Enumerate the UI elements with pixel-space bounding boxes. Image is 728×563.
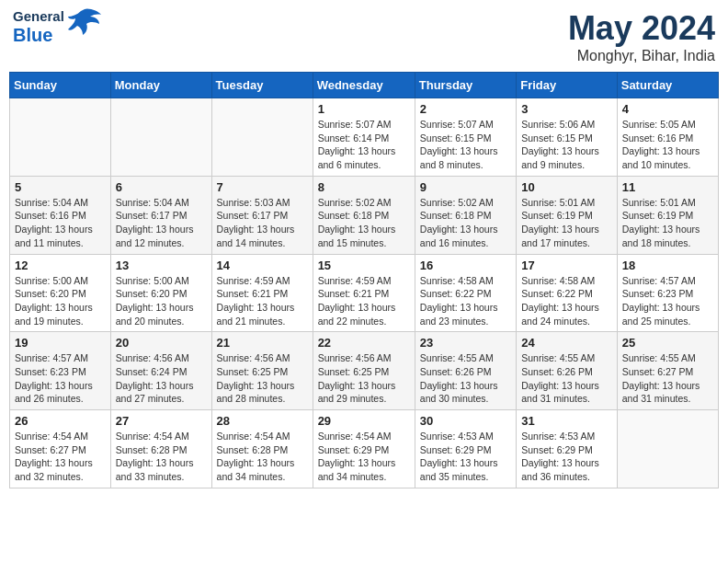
week-row-3: 12 Sunrise: 5:00 AMSunset: 6:20 PMDaylig… (10, 254, 719, 332)
day-info: Sunrise: 4:53 AMSunset: 6:29 PMDaylight:… (521, 430, 612, 484)
calendar-cell (617, 410, 718, 488)
day-number: 18 (622, 259, 713, 272)
day-info: Sunrise: 4:55 AMSunset: 6:26 PMDaylight:… (420, 351, 511, 406)
day-number: 22 (318, 336, 410, 350)
day-number: 7 (217, 180, 308, 194)
day-number: 28 (217, 414, 308, 428)
calendar-cell: 10 Sunrise: 5:01 AMSunset: 6:19 PMDaylig… (517, 176, 618, 254)
calendar-cell (211, 98, 313, 177)
day-info: Sunrise: 5:07 AMSunset: 6:15 PMDaylight:… (420, 118, 511, 172)
day-info: Sunrise: 4:54 AMSunset: 6:28 PMDaylight:… (217, 430, 308, 484)
weekday-header-wednesday: Wednesday (313, 73, 415, 98)
logo-general: General (13, 9, 64, 25)
day-number: 2 (420, 102, 511, 116)
month-title: May 2024 (568, 9, 715, 48)
calendar-cell: 18 Sunrise: 4:57 AMSunset: 6:23 PMDaylig… (617, 254, 718, 332)
week-row-2: 5 Sunrise: 5:04 AMSunset: 6:16 PMDayligh… (10, 176, 719, 254)
weekday-header-monday: Monday (110, 73, 211, 98)
calendar-cell: 19 Sunrise: 4:57 AMSunset: 6:23 PMDaylig… (10, 332, 111, 410)
day-number: 19 (15, 336, 106, 350)
day-number: 25 (622, 336, 713, 350)
day-number: 30 (420, 414, 511, 428)
day-number: 21 (217, 336, 308, 350)
weekday-header-sunday: Sunday (10, 73, 111, 98)
day-info: Sunrise: 5:02 AMSunset: 6:18 PMDaylight:… (420, 196, 511, 250)
day-info: Sunrise: 5:03 AMSunset: 6:17 PMDaylight:… (217, 196, 308, 250)
location: Monghyr, Bihar, India (568, 48, 715, 64)
logo-text: General Blue (13, 9, 64, 45)
calendar-cell: 27 Sunrise: 4:54 AMSunset: 6:28 PMDaylig… (110, 410, 211, 488)
calendar-cell: 31 Sunrise: 4:53 AMSunset: 6:29 PMDaylig… (517, 410, 618, 488)
weekday-header-row: SundayMondayTuesdayWednesdayThursdayFrid… (10, 73, 719, 98)
calendar-cell: 1 Sunrise: 5:07 AMSunset: 6:14 PMDayligh… (313, 98, 415, 177)
day-number: 20 (116, 336, 207, 350)
day-info: Sunrise: 4:58 AMSunset: 6:22 PMDaylight:… (521, 274, 612, 328)
title-block: May 2024 Monghyr, Bihar, India (568, 9, 715, 64)
day-number: 15 (318, 259, 410, 272)
day-info: Sunrise: 4:56 AMSunset: 6:24 PMDaylight:… (116, 351, 207, 406)
calendar-cell: 30 Sunrise: 4:53 AMSunset: 6:29 PMDaylig… (415, 410, 516, 488)
calendar-cell: 11 Sunrise: 5:01 AMSunset: 6:19 PMDaylig… (617, 176, 718, 254)
day-info: Sunrise: 4:59 AMSunset: 6:21 PMDaylight:… (318, 274, 410, 328)
day-number: 29 (318, 414, 410, 428)
week-row-1: 1 Sunrise: 5:07 AMSunset: 6:14 PMDayligh… (10, 98, 719, 177)
day-info: Sunrise: 5:06 AMSunset: 6:15 PMDaylight:… (521, 118, 612, 172)
page-header: General Blue May 2024 Monghyr, Bihar, In… (9, 9, 719, 64)
day-number: 10 (521, 180, 612, 194)
calendar-cell: 2 Sunrise: 5:07 AMSunset: 6:15 PMDayligh… (415, 98, 516, 177)
day-number: 6 (116, 180, 207, 194)
day-number: 17 (521, 259, 612, 272)
calendar-cell: 13 Sunrise: 5:00 AMSunset: 6:20 PMDaylig… (110, 254, 211, 332)
calendar-cell: 20 Sunrise: 4:56 AMSunset: 6:24 PMDaylig… (110, 332, 211, 410)
logo-blue: Blue (13, 25, 64, 45)
weekday-header-tuesday: Tuesday (211, 73, 313, 98)
day-number: 14 (217, 259, 308, 272)
day-number: 3 (521, 102, 612, 116)
day-number: 8 (318, 180, 410, 194)
day-info: Sunrise: 4:59 AMSunset: 6:21 PMDaylight:… (217, 274, 308, 328)
calendar-cell: 28 Sunrise: 4:54 AMSunset: 6:28 PMDaylig… (211, 410, 313, 488)
day-info: Sunrise: 4:54 AMSunset: 6:27 PMDaylight:… (15, 430, 106, 484)
calendar-cell: 17 Sunrise: 4:58 AMSunset: 6:22 PMDaylig… (517, 254, 618, 332)
calendar-cell: 26 Sunrise: 4:54 AMSunset: 6:27 PMDaylig… (10, 410, 111, 488)
day-number: 9 (420, 180, 511, 194)
day-number: 11 (622, 180, 713, 194)
day-info: Sunrise: 4:55 AMSunset: 6:26 PMDaylight:… (521, 351, 612, 406)
calendar-cell: 3 Sunrise: 5:06 AMSunset: 6:15 PMDayligh… (517, 98, 618, 177)
day-info: Sunrise: 4:53 AMSunset: 6:29 PMDaylight:… (420, 430, 511, 484)
calendar-cell: 25 Sunrise: 4:55 AMSunset: 6:27 PMDaylig… (617, 332, 718, 410)
calendar-cell: 6 Sunrise: 5:04 AMSunset: 6:17 PMDayligh… (110, 176, 211, 254)
day-info: Sunrise: 4:57 AMSunset: 6:23 PMDaylight:… (15, 351, 106, 406)
day-number: 24 (521, 336, 612, 350)
calendar-cell: 29 Sunrise: 4:54 AMSunset: 6:29 PMDaylig… (313, 410, 415, 488)
day-info: Sunrise: 5:04 AMSunset: 6:16 PMDaylight:… (15, 196, 106, 250)
day-info: Sunrise: 5:07 AMSunset: 6:14 PMDaylight:… (318, 118, 410, 172)
day-number: 5 (15, 180, 106, 194)
day-info: Sunrise: 4:56 AMSunset: 6:25 PMDaylight:… (318, 351, 410, 406)
day-number: 12 (15, 259, 106, 272)
calendar-cell: 4 Sunrise: 5:05 AMSunset: 6:16 PMDayligh… (617, 98, 718, 177)
day-info: Sunrise: 4:54 AMSunset: 6:29 PMDaylight:… (318, 430, 410, 484)
day-number: 16 (420, 259, 511, 272)
day-number: 23 (420, 336, 511, 350)
day-info: Sunrise: 4:58 AMSunset: 6:22 PMDaylight:… (420, 274, 511, 328)
calendar-cell: 16 Sunrise: 4:58 AMSunset: 6:22 PMDaylig… (415, 254, 516, 332)
calendar-cell: 9 Sunrise: 5:02 AMSunset: 6:18 PMDayligh… (415, 176, 516, 254)
calendar-cell: 24 Sunrise: 4:55 AMSunset: 6:26 PMDaylig… (517, 332, 618, 410)
calendar-cell: 21 Sunrise: 4:56 AMSunset: 6:25 PMDaylig… (211, 332, 313, 410)
day-info: Sunrise: 4:54 AMSunset: 6:28 PMDaylight:… (116, 430, 207, 484)
day-info: Sunrise: 5:00 AMSunset: 6:20 PMDaylight:… (15, 274, 106, 328)
day-number: 13 (116, 259, 207, 272)
calendar-cell: 12 Sunrise: 5:00 AMSunset: 6:20 PMDaylig… (10, 254, 111, 332)
week-row-5: 26 Sunrise: 4:54 AMSunset: 6:27 PMDaylig… (10, 410, 719, 488)
day-info: Sunrise: 5:01 AMSunset: 6:19 PMDaylight:… (521, 196, 612, 250)
calendar-cell: 15 Sunrise: 4:59 AMSunset: 6:21 PMDaylig… (313, 254, 415, 332)
calendar-cell: 7 Sunrise: 5:03 AMSunset: 6:17 PMDayligh… (211, 176, 313, 254)
calendar-cell: 8 Sunrise: 5:02 AMSunset: 6:18 PMDayligh… (313, 176, 415, 254)
day-info: Sunrise: 5:04 AMSunset: 6:17 PMDaylight:… (116, 196, 207, 250)
calendar-cell (10, 98, 111, 177)
day-info: Sunrise: 5:05 AMSunset: 6:16 PMDaylight:… (622, 118, 713, 172)
weekday-header-saturday: Saturday (617, 73, 718, 98)
day-number: 31 (521, 414, 612, 428)
logo: General Blue (13, 9, 101, 45)
